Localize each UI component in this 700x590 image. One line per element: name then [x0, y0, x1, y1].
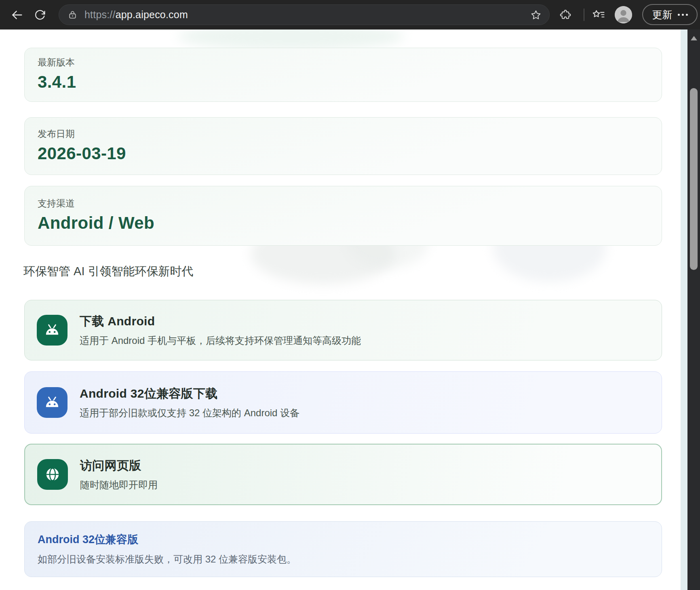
toolbar-divider	[584, 8, 584, 21]
url-text[interactable]: https://app.aipeco.com	[84, 9, 530, 21]
latest-version-label: 最新版本	[38, 56, 649, 69]
channels-label: 支持渠道	[38, 197, 649, 210]
channels-card: 支持渠道 Android / Web	[24, 186, 662, 246]
open-web-title: 访问网页版	[80, 457, 158, 474]
globe-icon	[37, 459, 68, 490]
back-arrow-icon	[10, 8, 24, 22]
scrollbar-track[interactable]	[687, 30, 700, 590]
latest-version-card: 最新版本 3.4.1	[24, 48, 662, 102]
profile-avatar[interactable]	[615, 6, 632, 23]
open-web-subtitle: 随时随地即开即用	[80, 478, 158, 491]
download-android32-subtitle: 适用于部分旧款或仅支持 32 位架构的 Android 设备	[80, 407, 299, 419]
browser-window: https://app.aipeco.com 更新	[0, 0, 700, 590]
latest-version-value: 3.4.1	[38, 72, 649, 92]
android32-note-text: 如部分旧设备安装标准版失败，可改用 32 位兼容版安装包。	[38, 553, 649, 566]
download-android-subtitle: 适用于 Android 手机与平板，后续将支持环保管理通知等高级功能	[80, 334, 361, 347]
address-bar[interactable]: https://app.aipeco.com	[59, 4, 550, 25]
download-android-card[interactable]: 下载 Android 适用于 Android 手机与平板，后续将支持环保管理通知…	[24, 300, 662, 360]
download-android-title: 下载 Android	[80, 313, 361, 330]
reload-icon	[34, 8, 46, 21]
page-content: 最新版本 3.4.1 发布日期 2026-03-19 支持渠道 Android …	[0, 30, 681, 590]
open-web-version-card[interactable]: 访问网页版 随时随地即开即用	[24, 444, 662, 505]
favorites-button[interactable]	[589, 0, 608, 30]
reload-button[interactable]	[30, 0, 50, 30]
settings-menu-icon[interactable]	[678, 14, 688, 16]
scrollbar-thumb[interactable]	[690, 88, 698, 270]
release-date-card: 发布日期 2026-03-19	[24, 117, 662, 175]
puzzle-icon	[559, 9, 571, 21]
download-android32-title: Android 32位兼容版下载	[80, 386, 299, 402]
browser-toolbar: https://app.aipeco.com 更新	[0, 0, 700, 30]
channels-value: Android / Web	[38, 213, 649, 233]
android-icon	[37, 315, 67, 346]
browser-update-button[interactable]: 更新	[642, 4, 698, 25]
release-date-value: 2026-03-19	[38, 144, 649, 163]
avatar-person-icon	[615, 6, 632, 23]
url-host: app.aipeco.com	[116, 9, 188, 20]
extensions-button[interactable]	[557, 0, 574, 30]
url-scheme: https://	[84, 9, 116, 20]
android32-note-link[interactable]: Android 32位兼容版	[38, 532, 138, 547]
android-icon	[37, 387, 67, 418]
lock-icon	[67, 9, 78, 20]
back-button[interactable]	[6, 0, 28, 30]
android32-note-card: Android 32位兼容版 如部分旧设备安装标准版失败，可改用 32 位兼容版…	[24, 521, 662, 577]
favorites-star-icon	[592, 8, 605, 22]
bookmark-star-icon[interactable]	[530, 9, 542, 21]
release-date-label: 发布日期	[38, 128, 649, 140]
page-edge-strip	[681, 30, 687, 590]
scroll-up-arrow-icon[interactable]	[691, 36, 697, 40]
tagline: 环保智管 AI 引领智能环保新时代	[23, 263, 194, 279]
update-label: 更新	[652, 8, 673, 21]
download-android32-card[interactable]: Android 32位兼容版下载 适用于部分旧款或仅支持 32 位架构的 And…	[24, 371, 662, 434]
